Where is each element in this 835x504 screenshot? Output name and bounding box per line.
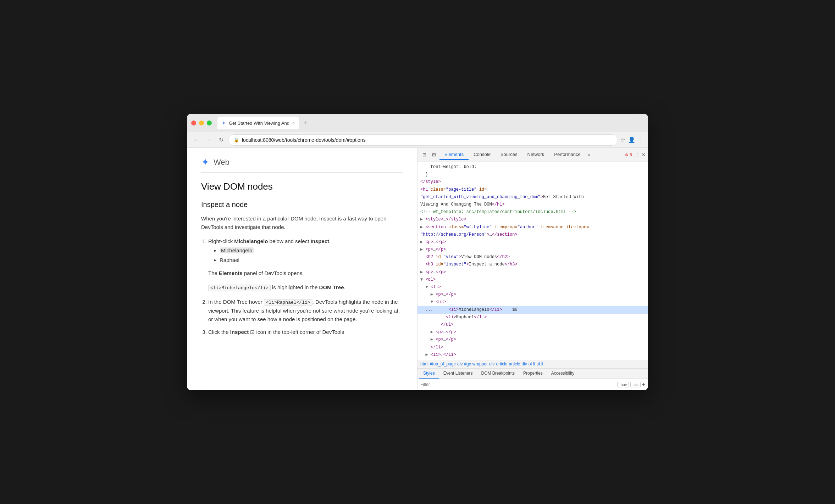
- devtools-panel: ⊡ ⊞ Elements Console Sources Network Per…: [418, 148, 648, 390]
- page-heading: View DOM nodes: [201, 181, 403, 192]
- dom-line: ▼ <li>: [418, 284, 648, 291]
- bullet-list: Michelangelo Raphael: [220, 246, 403, 265]
- step1-text-after: .: [329, 238, 331, 244]
- breadcrumb-item-div1[interactable]: div: [457, 362, 463, 366]
- account-icon[interactable]: 👤: [628, 136, 635, 143]
- filter-badges: :hov .cls +: [617, 381, 645, 388]
- styles-panel: Styles Event Listeners DOM Breakpoints P…: [418, 368, 648, 390]
- dom-line: ▶ <p>…</p>: [418, 239, 648, 246]
- steps-list: Right-click Michelangelo below and selec…: [208, 237, 403, 336]
- breadcrumb-item-ol[interactable]: ol: [529, 362, 532, 366]
- breadcrumb-item-div3[interactable]: div: [522, 362, 527, 366]
- filter-hov-badge[interactable]: :hov: [617, 382, 629, 387]
- tab-elements[interactable]: Elements: [439, 150, 469, 160]
- devtools-settings-icon[interactable]: ⋮: [635, 152, 639, 157]
- new-tab-button[interactable]: +: [300, 119, 310, 127]
- dom-line: <h3 id="inspect">Inspect a node</h3>: [418, 261, 648, 268]
- step3-text-before: Click the: [208, 329, 230, 335]
- breadcrumb-item-article1[interactable]: article: [496, 362, 507, 366]
- styles-tab-properties[interactable]: Properties: [519, 369, 547, 379]
- close-button[interactable]: [191, 121, 196, 125]
- devtools-tabs: Elements Console Sources Network Perform…: [439, 150, 592, 160]
- tab-favicon-icon: ✦: [222, 120, 226, 126]
- list-item: In the DOM Tree hover <li>Raphael</li>. …: [208, 298, 403, 324]
- step3-bold: Inspect: [230, 329, 249, 335]
- breadcrumb-item-li[interactable]: li: [533, 362, 535, 366]
- tab-sources[interactable]: Sources: [496, 150, 522, 160]
- section-heading-inspect: Inspect a node: [201, 201, 403, 209]
- address-bar: ← → ↻ 🔒 localhost:8080/web/tools/chrome-…: [187, 132, 648, 148]
- devtools-error-badge[interactable]: ⊗ 6: [625, 152, 632, 157]
- back-button[interactable]: ←: [191, 135, 201, 145]
- styles-tabs: Styles Event Listeners DOM Breakpoints P…: [418, 369, 648, 379]
- intro-paragraph: When you're interested in a particular D…: [201, 214, 403, 231]
- step1-note2: <li>Michelangelo</li> is highlighted in …: [208, 283, 403, 292]
- dom-tree[interactable]: font-weight: bold; } </style> <h1 class=…: [418, 162, 648, 360]
- main-content: ✦ Web View DOM nodes Inspect a node When…: [187, 148, 648, 390]
- traffic-lights: [191, 121, 212, 125]
- forward-button[interactable]: →: [204, 135, 214, 145]
- title-bar: ✦ Get Started With Viewing And × +: [187, 114, 648, 132]
- tab-console[interactable]: Console: [469, 150, 496, 160]
- bookmark-icon[interactable]: ☆: [620, 136, 625, 143]
- intro-text: When you're interested in a particular D…: [201, 215, 386, 230]
- inspect-element-icon[interactable]: ⊡: [420, 151, 428, 159]
- device-toggle-icon[interactable]: ⊞: [430, 151, 438, 159]
- dom-line: ▶ <p>…</p>: [418, 246, 648, 253]
- step1-bold1: Michelangelo: [234, 238, 268, 244]
- styles-tab-event-listeners[interactable]: Event Listeners: [439, 369, 477, 379]
- dom-line: }: [418, 171, 648, 178]
- dom-line: <li>Raphael</li>: [418, 314, 648, 321]
- step1-bold2: Inspect: [310, 238, 329, 244]
- breadcrumb-item-html[interactable]: html: [420, 362, 428, 366]
- tab-title: Get Started With Viewing And: [229, 121, 289, 126]
- styles-tab-dom-breakpoints[interactable]: DOM Breakpoints: [477, 369, 519, 379]
- url-bar[interactable]: 🔒 localhost:8080/web/tools/chrome-devtoo…: [228, 134, 618, 146]
- step3-icon: ⊡: [249, 329, 256, 335]
- more-options-icon[interactable]: ⋮: [638, 136, 644, 143]
- maximize-button[interactable]: [207, 121, 212, 125]
- dom-line: ▶ <p>…</p>: [418, 269, 648, 276]
- step1-code: <li>Michelangelo</li>: [208, 285, 271, 291]
- active-tab[interactable]: ✦ Get Started With Viewing And ×: [217, 117, 299, 129]
- dom-line: <!-- wf_template: src/templates/contribu…: [418, 208, 648, 216]
- list-item: Right-click Michelangelo below and selec…: [208, 237, 403, 292]
- site-header: ✦ Web: [201, 156, 403, 173]
- dom-line-highlighted: ... <li>Michelangelo</li> == $0: [418, 306, 648, 314]
- breadcrumb-item-ul[interactable]: ul: [537, 362, 540, 366]
- tab-bar: ✦ Get Started With Viewing And × +: [217, 117, 644, 129]
- dom-line: ▶ <p>…</p>: [418, 336, 648, 343]
- dom-line: ▼ <ol>: [418, 276, 648, 284]
- breadcrumb-bar: html #top_of_page div #gc-wrapper div ar…: [418, 360, 648, 368]
- breadcrumb-item-li2[interactable]: li: [541, 362, 543, 366]
- filter-input[interactable]: [420, 382, 614, 387]
- refresh-button[interactable]: ↻: [217, 135, 226, 145]
- tab-network[interactable]: Network: [522, 150, 549, 160]
- filter-cls-badge[interactable]: .cls: [630, 382, 641, 387]
- step1-note: The Elements panel of DevTools opens.: [208, 269, 403, 278]
- breadcrumb-item-article2[interactable]: article: [509, 362, 520, 366]
- styles-filter-bar: :hov .cls +: [418, 379, 648, 390]
- styles-tab-styles[interactable]: Styles: [419, 369, 439, 379]
- tab-performance[interactable]: Performance: [549, 150, 585, 160]
- devtools-close-button[interactable]: ×: [642, 152, 645, 158]
- error-icon: ⊗: [625, 152, 628, 157]
- breadcrumb-item-gc-wrapper[interactable]: #gc-wrapper: [464, 362, 488, 366]
- breadcrumb-item-div2[interactable]: div: [489, 362, 494, 366]
- dom-line: ▶ <section class="wf-byline" itemprop="a…: [418, 224, 648, 231]
- dom-line: </style>: [418, 178, 648, 186]
- list-item: Raphael: [220, 255, 403, 265]
- michelangelo-label: Michelangelo: [220, 247, 254, 253]
- breadcrumb-item-top[interactable]: #top_of_page: [430, 362, 456, 366]
- list-item: Click the Inspect ⊡ icon in the top-left…: [208, 328, 403, 336]
- filter-add-button[interactable]: +: [642, 381, 645, 388]
- address-actions: ☆ 👤 ⋮: [620, 136, 644, 143]
- minimize-button[interactable]: [199, 121, 204, 125]
- step2-code: <li>Raphael</li>: [264, 299, 313, 306]
- raphael-label: Raphael: [220, 257, 239, 263]
- dom-line: ▼ <ul>: [418, 298, 648, 306]
- devtools-more-tabs-icon[interactable]: »: [586, 151, 592, 159]
- tab-close-icon[interactable]: ×: [292, 121, 295, 125]
- list-item: Michelangelo: [220, 246, 403, 255]
- styles-tab-accessibility[interactable]: Accessibility: [547, 369, 579, 379]
